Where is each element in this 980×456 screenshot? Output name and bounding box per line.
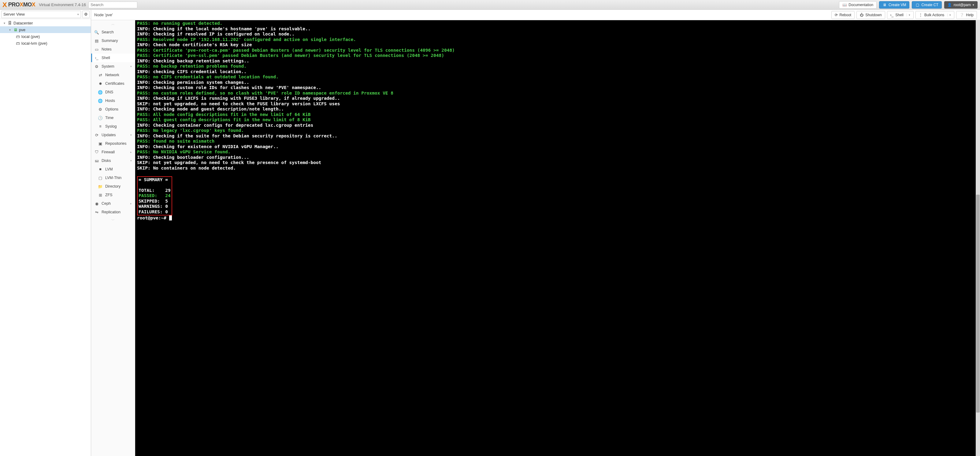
chevron-down-icon: ▾: [907, 13, 910, 16]
gear-button[interactable]: ⚙: [82, 11, 90, 18]
terminal-line: PASS: Resolved node IP '192.168.11.202' …: [137, 37, 978, 43]
chevron-down-icon: ▾: [973, 3, 974, 6]
tree-datacenter[interactable]: ▾ 🗄 Datacenter: [0, 19, 91, 26]
terminal-blank: [137, 171, 978, 176]
gear-icon: ⚙: [84, 12, 88, 16]
tree-node-pve[interactable]: ▾ 🖥 pve: [0, 26, 91, 33]
terminal-line: INFO: Checking bootloader configuration.…: [137, 155, 978, 160]
gear-icon: ⚙: [98, 107, 103, 112]
menu-lvm[interactable]: ■LVM: [91, 165, 135, 174]
menu-summary[interactable]: ▤Summary: [91, 37, 135, 45]
bulk-actions-button[interactable]: ⋮ Bulk Actions ▾: [915, 11, 954, 19]
menu-hosts[interactable]: 🌐Hosts: [91, 96, 135, 105]
terminal-line: PASS: no backup retention problems found…: [137, 64, 978, 69]
container-icon: ▢: [915, 3, 920, 7]
chevron-down-icon: ▾: [130, 65, 132, 68]
left-panel: Server View ▾ ⚙ ▾ 🗄 Datacenter ▾ 🖥 pve 🗃…: [0, 10, 91, 456]
shutdown-button[interactable]: ⏻ Shutdown: [856, 11, 885, 19]
menu-options[interactable]: ⚙Options: [91, 105, 135, 113]
gears-icon: ⚙: [94, 64, 99, 69]
scrollbar[interactable]: [976, 20, 980, 456]
replication-icon: ⇋: [94, 210, 99, 215]
terminal-line: PASS: All guest config descriptions fit …: [137, 117, 978, 123]
menu-disks[interactable]: 🖴Disks▾: [91, 156, 135, 165]
node-header: Node 'pve' ⟳ Reboot ⏻ Shutdown ›_ Shell …: [91, 10, 980, 20]
chevron-right-icon: ▸: [130, 151, 132, 154]
tree-storage-local[interactable]: 🗃 local (pve): [0, 33, 91, 40]
menu-replication[interactable]: ⇋Replication: [91, 208, 135, 216]
menu-repositories[interactable]: ▣Repositories: [91, 139, 135, 148]
menu-icon: ⋮: [919, 13, 923, 17]
shell-label: Shell: [895, 13, 904, 17]
search-input[interactable]: [88, 2, 137, 8]
documentation-button[interactable]: 📖 Documentation: [839, 1, 877, 9]
list-icon: ▤: [94, 38, 99, 43]
help-button[interactable]: ❔ Help: [956, 11, 977, 19]
menu-updates[interactable]: ⟳Updates▾: [91, 131, 135, 139]
create-ct-button[interactable]: ▢ Create CT: [912, 1, 942, 9]
shield-icon: 🛡: [94, 150, 99, 154]
terminal-line: PASS: Certificate 'pve-root-ca.pem' pass…: [137, 48, 978, 53]
server-view-select[interactable]: Server View ▾: [1, 11, 81, 18]
menu-dns[interactable]: 🌐DNS: [91, 88, 135, 96]
tree-node-label: pve: [19, 27, 25, 32]
tree-datacenter-label: Datacenter: [13, 21, 33, 26]
globe-icon: 🌐: [98, 90, 103, 94]
terminal-line: PASS: No NVIDIA vGPU Service found.: [137, 149, 978, 155]
create-vm-button[interactable]: 🖥 Create VM: [879, 1, 909, 9]
create-vm-label: Create VM: [889, 3, 906, 7]
terminal-line: PASS: No legacy 'lxc.cgroup' keys found.: [137, 128, 978, 134]
chevron-down-icon: ▾: [130, 159, 132, 162]
resource-tree: ▾ 🗄 Datacenter ▾ 🖥 pve 🗃 local (pve) 🗃 l…: [0, 19, 91, 456]
tree-storage-local-lvm[interactable]: 🗃 local-lvm (pve): [0, 40, 91, 46]
menu-shell[interactable]: ›_Shell: [91, 54, 135, 62]
cursor-icon: _: [169, 215, 172, 220]
collapse-down-icon[interactable]: ﹀: [91, 216, 135, 224]
menu-certificates[interactable]: ✹Certificates: [91, 79, 135, 88]
menu-directory[interactable]: 📁Directory: [91, 182, 135, 191]
help-label: Help: [966, 13, 974, 17]
terminal-line: PASS: no custom roles defined, so no cla…: [137, 91, 978, 96]
terminal-pane[interactable]: PASS: no running guest detected.INFO: Ch…: [135, 20, 980, 456]
chevron-down-icon: ▾: [77, 13, 79, 16]
menu-notes[interactable]: ▭Notes: [91, 45, 135, 54]
terminal-line: INFO: Checking custom role IDs for clash…: [137, 85, 978, 91]
ceph-icon: ◉: [94, 201, 99, 206]
logo-x-icon: X: [2, 1, 7, 9]
tree-storage-local-label: local (pve): [21, 34, 40, 39]
menu-zfs[interactable]: ⊞ZFS: [91, 191, 135, 199]
terminal-line: PASS: found no suite mismatch: [137, 139, 978, 144]
refresh-icon: ⟳: [835, 13, 838, 17]
user-menu-button[interactable]: 👤 root@pam ▾: [944, 1, 978, 9]
list-icon: ≡: [98, 124, 103, 129]
summary-passed: PASSED: 24: [138, 193, 171, 199]
node-title: Node 'pve': [94, 13, 829, 17]
terminal-line: INFO: Checking if resolved IP is configu…: [137, 32, 978, 37]
square-outline-icon: ▢: [98, 176, 103, 180]
collapse-icon: ▾: [2, 21, 6, 25]
reboot-button[interactable]: ⟳ Reboot: [831, 11, 855, 19]
create-ct-label: Create CT: [921, 3, 938, 7]
menu-firewall[interactable]: 🛡Firewall▸: [91, 148, 135, 156]
refresh-icon: ⟳: [94, 133, 99, 137]
reboot-label: Reboot: [840, 13, 851, 17]
terminal-line: PASS: Certificate 'pve-ssl.pem' passed D…: [137, 53, 978, 59]
monitor-icon: 🖥: [883, 3, 887, 7]
menu-time[interactable]: 🕒Time: [91, 113, 135, 122]
scrollbar-thumb[interactable]: [976, 195, 980, 413]
menu-search[interactable]: 🔍Search: [91, 28, 135, 37]
menu-syslog[interactable]: ≡Syslog: [91, 122, 135, 131]
shell-dropdown-button[interactable]: ›_ Shell ▾: [887, 11, 914, 19]
power-icon: ⏻: [860, 13, 864, 17]
disk-icon: 🗃: [15, 34, 20, 39]
menu-network[interactable]: ⇄Network: [91, 71, 135, 79]
menu-system[interactable]: ⚙System▾: [91, 62, 135, 71]
menu-lvm-thin[interactable]: ▢LVM-Thin: [91, 174, 135, 182]
collapse-up-icon[interactable]: ︿: [91, 20, 135, 28]
clock-icon: 🕒: [98, 116, 103, 120]
folder-icon: 📁: [98, 184, 103, 189]
documentation-label: Documentation: [848, 3, 873, 7]
terminal-line: PASS: All node config descriptions fit i…: [137, 112, 978, 118]
note-icon: ▭: [94, 47, 99, 52]
menu-ceph[interactable]: ◉Ceph▸: [91, 199, 135, 208]
